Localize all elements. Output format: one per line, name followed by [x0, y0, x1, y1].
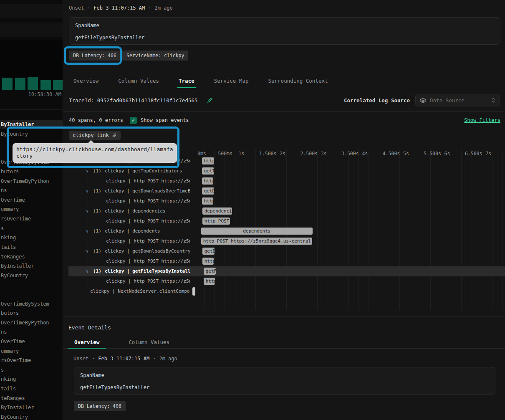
clickpy-link-badge[interactable]: clickpy_link: [69, 131, 121, 140]
chevron-down-icon[interactable]: ∨: [86, 226, 88, 236]
waterfall-row[interactable]: ∨(1)clickpy | getDownloadsByCountrygetDo…: [68, 246, 505, 256]
span-duration-bar[interactable]: http POST https://z5nrz9qgc4.us-central: [201, 238, 312, 245]
span-duration-bar[interactable]: getFileTypesByInstaller: [204, 268, 216, 275]
span-count-prefix: (1): [93, 166, 101, 176]
event-tab-column-values[interactable]: Column Values: [122, 337, 176, 348]
strip-list-item[interactable]: ByCountry: [0, 413, 63, 420]
tab-column-values[interactable]: Column Values: [118, 74, 159, 88]
span-duration-bar[interactable]: http POST https://z5nrz9qgc4.us-central: [202, 157, 215, 164]
span-duration-bar[interactable]: http POST https://z5nrz9qgc4.us-central: [202, 177, 213, 185]
tab-overview[interactable]: Overview: [73, 74, 98, 88]
strip-list-item[interactable]: ByInstaller: [0, 403, 63, 412]
span-duration-bar[interactable]: http POST https://z5nrz9qgc4.us-central: [202, 258, 214, 265]
span-name-key: SpanName: [80, 372, 489, 378]
strip-list-item[interactable]: ByCountry: [0, 271, 63, 280]
waterfall-row[interactable]: ∨(1)clickpy | getFileTypesByInstallerget…: [68, 266, 505, 276]
strip-list-item[interactable]: s: [0, 224, 63, 233]
span-name-label: clickpy | http POST https://z5nrz9qgc4.u…: [106, 236, 190, 246]
tab-service-map[interactable]: Service Map: [214, 74, 249, 88]
service-name-badge[interactable]: ServiceName: clickpy: [122, 51, 188, 61]
strip-list-item[interactable]: tails: [0, 385, 63, 393]
histogram-bar[interactable]: [15, 78, 25, 90]
strip-list-item[interactable]: ummary: [0, 347, 63, 355]
strip-list-item[interactable]: teRanges: [0, 394, 63, 402]
data-source-select[interactable]: Data Source: [415, 94, 500, 106]
strip-list-item[interactable]: teRanges: [0, 253, 63, 261]
edit-icon[interactable]: [207, 97, 213, 103]
span-duration-bar[interactable]: http POST https://z5nrz9qgc4.us-central: [202, 197, 213, 205]
db-latency-badge[interactable]: DB Latency: 406: [74, 401, 126, 411]
strip-list-item[interactable]: ByInstaller: [0, 120, 63, 129]
histogram-bar[interactable]: [2, 78, 13, 90]
strip-list-item[interactable]: ByCountry: [0, 130, 63, 138]
strip-list-item[interactable]: rsOverTime: [0, 215, 63, 223]
waterfall-row[interactable]: ∨(1)clickpy | dependentsdependents: [68, 226, 505, 236]
strip-list-item[interactable]: butors: [0, 309, 63, 317]
waterfall-row[interactable]: clickpy | http POST https://z5nrz9qgc4.u…: [68, 176, 505, 186]
tab-surrounding-context[interactable]: Surrounding Context: [268, 74, 328, 88]
waterfall: 0ms500ms1s1.500s2s2.500s3s3.500s4s4.500s…: [68, 149, 505, 310]
strip-list-item[interactable]: OverTime: [0, 337, 63, 346]
data-source-placeholder: Data Source: [430, 97, 465, 104]
span-duration-bar[interactable]: http POST https://z5nrz9qgc4.us-central: [204, 278, 215, 285]
span-duration-bar[interactable]: http POST: [202, 218, 230, 225]
event-tab-overview[interactable]: Overview: [68, 337, 106, 348]
db-latency-badge[interactable]: DB Latency: 406: [69, 51, 121, 61]
strip-list-item[interactable]: ByInstaller: [0, 262, 63, 270]
histogram-time-label: 10:58:30 AM: [28, 91, 61, 97]
strip-list-item[interactable]: nking: [0, 233, 63, 242]
strip-list-item[interactable]: [0, 290, 63, 299]
chevron-down-icon[interactable]: ∨: [86, 186, 88, 196]
dot-separator: ·: [153, 356, 156, 362]
span-name-cell: clickpy | http POST https://z5nrz9qgc4.u…: [68, 216, 190, 226]
span-duration-bar[interactable]: dependencies: [202, 207, 232, 215]
strip-list-item[interactable]: OverTime: [0, 196, 63, 204]
span-name-cell: clickpy | http POST https://z5nrz9qgc4.u…: [68, 276, 190, 286]
chevron-down-icon[interactable]: ∨: [86, 206, 88, 216]
chevron-down-icon[interactable]: ∨: [86, 166, 88, 176]
chevron-down-icon[interactable]: ∨: [86, 266, 88, 276]
strip-list-item[interactable]: butors: [0, 167, 63, 176]
histogram-bar[interactable]: [40, 80, 51, 90]
span-duration-bar[interactable]: getTopContributors: [202, 167, 215, 175]
strip-list-item[interactable]: tails: [0, 243, 63, 251]
waterfall-row[interactable]: clickpy | http POST https://z5nrz9qgc4.u…: [68, 236, 505, 246]
strip-list-item[interactable]: ns: [0, 186, 63, 195]
strip-list-item[interactable]: ns: [0, 328, 63, 336]
strip-list-item[interactable]: rsOverTime: [0, 356, 63, 364]
span-name-card: SpanName getFileTypesByInstaller: [69, 17, 500, 45]
histogram-bar[interactable]: [28, 77, 38, 90]
link-url-tooltip: https://clickpy.clickhouse.com/dashboard…: [13, 143, 177, 163]
chevron-down-icon[interactable]: ∨: [86, 246, 88, 256]
show-span-events-checkbox[interactable]: ✓: [130, 117, 137, 124]
span-duration-bar[interactable]: dependents: [201, 228, 313, 235]
waterfall-row[interactable]: clickpy | NextNodeServer.clientCompone: [68, 286, 505, 296]
tree-guide-line: [88, 256, 88, 266]
waterfall-row[interactable]: clickpy | http POST https://z5nrz9qgc4.u…: [68, 216, 505, 226]
histogram-bar[interactable]: [53, 80, 63, 90]
span-name-label: clickpy | http POST https://z5nrz9qgc4.u…: [106, 176, 190, 186]
waterfall-row[interactable]: clickpy | http POST https://z5nrz9qgc4.u…: [68, 276, 505, 286]
correlated-log-source-label: Correlated Log Source: [344, 97, 410, 104]
strip-list-item[interactable]: ummary: [0, 205, 63, 213]
strip-list-item[interactable]: OverTimeByPython: [0, 319, 63, 327]
tab-trace[interactable]: Trace: [179, 74, 194, 88]
strip-list-item[interactable]: nking: [0, 375, 63, 383]
waterfall-row[interactable]: ∨(1)clickpy | dependenciesdependencies: [68, 206, 505, 216]
event-timestamp: Feb 3 11:07:15 AM: [93, 5, 145, 11]
span-name-cell: ∨(1)clickpy | getTopContributors: [68, 166, 190, 176]
span-duration-bar[interactable]: getDownloadsByCountry: [202, 248, 215, 255]
span-duration-bar[interactable]: getDownloadsOverTimeByS: [202, 187, 215, 195]
waterfall-row[interactable]: clickpy | http POST https://z5nrz9qgc4.u…: [68, 196, 505, 206]
waterfall-row[interactable]: ∨(1)clickpy | getDownloadsOverTimeBySget…: [68, 186, 505, 196]
strip-list-item[interactable]: OverTimeBySystem: [0, 300, 63, 308]
strip-list-item[interactable]: s: [0, 366, 63, 374]
span-duration-bar[interactable]: [192, 287, 195, 296]
strip-list-item[interactable]: [0, 281, 63, 289]
waterfall-row[interactable]: ∨(1)clickpy | getTopContributorsgetTopCo…: [68, 166, 505, 176]
show-span-events-label[interactable]: Show span events: [141, 117, 189, 123]
strip-list-item[interactable]: OverTimeByPython: [0, 177, 63, 185]
span-name-cell: clickpy | NextNodeServer.clientCompone: [68, 286, 190, 296]
waterfall-row[interactable]: clickpy | http POST https://z5nrz9qgc4.u…: [68, 256, 505, 266]
show-filters-link[interactable]: Show Filters: [464, 117, 500, 123]
